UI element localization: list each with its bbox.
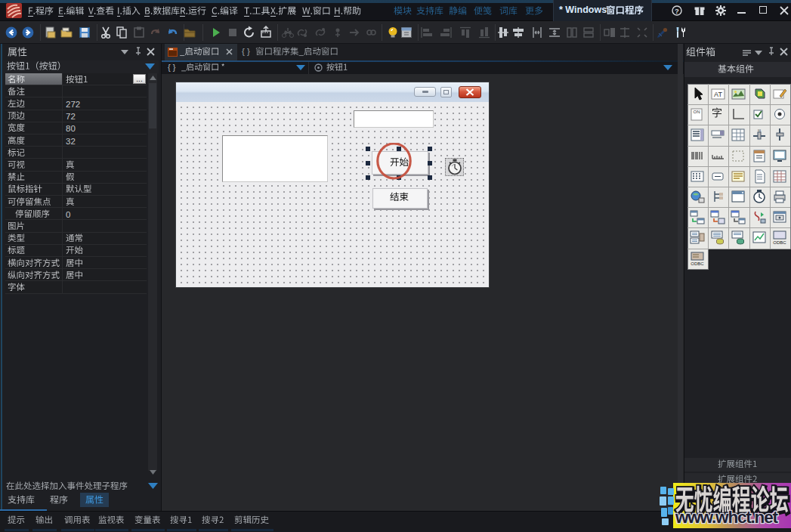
svg-text:ODBC: ODBC: [773, 240, 786, 245]
svg-text:www.whct.net: www.whct.net: [675, 508, 778, 527]
svg-text:?: ?: [675, 7, 679, 15]
svg-text:AT: AT: [714, 91, 722, 98]
svg-text:щ: щ: [758, 128, 761, 132]
svg-text:ODBC: ODBC: [691, 261, 704, 266]
svg-text:ON: ON: [694, 110, 700, 114]
